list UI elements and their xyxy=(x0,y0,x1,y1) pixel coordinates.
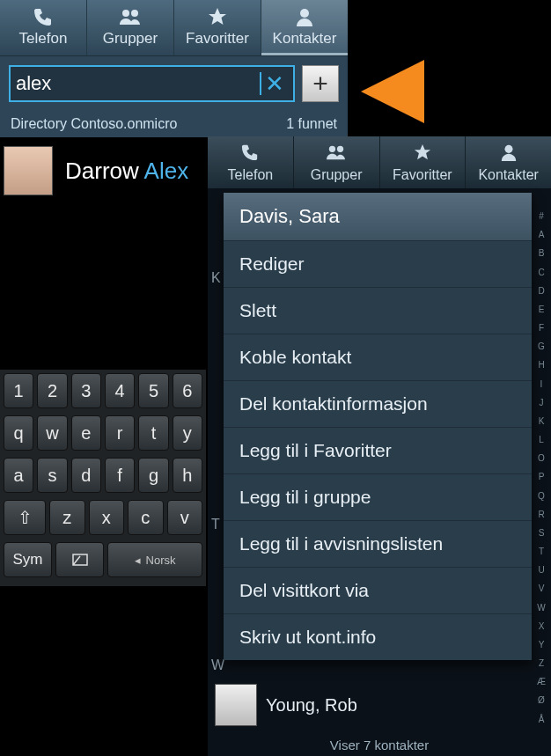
tab-label: Grupper xyxy=(103,30,158,48)
key-c[interactable]: c xyxy=(128,500,164,535)
tab-kontakter[interactable]: Kontakter xyxy=(261,0,348,55)
tab-label: Kontakter xyxy=(478,167,538,183)
tab-favoritter[interactable]: Favoritter xyxy=(174,0,261,55)
key-y[interactable]: y xyxy=(173,415,202,451)
avatar xyxy=(215,684,257,726)
svg-point-3 xyxy=(329,146,335,152)
key-x[interactable]: x xyxy=(89,500,125,535)
directory-label: Directory Contoso.onmicro xyxy=(11,116,177,132)
key-v[interactable]: v xyxy=(167,500,203,535)
keyboard-row: Sym ◂Norsk xyxy=(0,539,206,581)
key-d[interactable]: d xyxy=(71,458,101,493)
avatar xyxy=(4,146,53,195)
phone-icon xyxy=(240,143,260,165)
key-5[interactable]: 5 xyxy=(138,373,168,408)
menu-item-skriv-ut[interactable]: Skriv ut kont.info xyxy=(224,613,532,660)
key-input-mode[interactable] xyxy=(55,542,104,577)
keyboard-row: 1 2 3 4 5 6 xyxy=(0,370,206,412)
result-count: 1 funnet xyxy=(286,116,337,132)
menu-item-legg-til-gruppe[interactable]: Legg til i gruppe xyxy=(224,473,532,520)
tab-grupper[interactable]: Grupper xyxy=(294,136,380,188)
star-icon xyxy=(207,7,228,26)
key-z[interactable]: z xyxy=(49,500,85,535)
svg-point-5 xyxy=(504,145,512,153)
section-letter: K xyxy=(211,270,221,286)
key-2[interactable]: 2 xyxy=(37,373,67,408)
key-sym[interactable]: Sym xyxy=(4,542,52,577)
clear-icon[interactable]: ✕ xyxy=(261,70,288,98)
search-value: alex xyxy=(16,72,259,95)
key-3[interactable]: 3 xyxy=(71,373,101,408)
footer-count: Viser 7 kontakter xyxy=(208,738,551,752)
menu-item-koble-kontakt[interactable]: Koble kontakt xyxy=(224,334,532,380)
key-1[interactable]: 1 xyxy=(4,373,33,408)
tab-label: Favoritter xyxy=(186,30,249,48)
key-4[interactable]: 4 xyxy=(105,373,135,408)
group-icon xyxy=(119,7,142,26)
tab-label: Telefon xyxy=(228,167,274,183)
key-a[interactable]: a xyxy=(4,458,33,493)
menu-item-legg-til-avvisning[interactable]: Legg til i avvisningslisten xyxy=(224,520,532,567)
group-icon xyxy=(326,143,347,165)
key-w[interactable]: w xyxy=(37,415,67,451)
tab-telefon[interactable]: Telefon xyxy=(208,136,294,188)
tab-grupper[interactable]: Grupper xyxy=(87,0,174,55)
add-contact-button[interactable]: + xyxy=(302,65,339,102)
keyboard: 1 2 3 4 5 6 q w e r t y a s d f g h ⇧ z … xyxy=(0,370,206,586)
menu-item-rediger[interactable]: Rediger xyxy=(224,240,532,287)
search-input[interactable]: alex ✕ xyxy=(9,65,295,102)
svg-point-0 xyxy=(122,10,129,17)
menu-item-legg-til-favoritter[interactable]: Legg til i Favoritter xyxy=(224,427,532,473)
tab-telefon[interactable]: Telefon xyxy=(0,0,87,55)
az-index-bar[interactable]: # A B C D E F G H I J K L O P Q R S T U … xyxy=(533,207,549,730)
top-tabbar-b: Telefon Grupper Favoritter Kontakter xyxy=(208,136,551,188)
key-6[interactable]: 6 xyxy=(173,373,202,408)
key-t[interactable]: t xyxy=(138,415,168,451)
key-shift[interactable]: ⇧ xyxy=(4,500,46,535)
person-icon xyxy=(294,7,315,26)
search-row: alex ✕ + xyxy=(0,56,348,111)
contact-row[interactable]: Young, Rob xyxy=(215,684,357,726)
key-h[interactable]: h xyxy=(173,458,202,493)
context-menu: Davis, Sara Rediger Slett Koble kontakt … xyxy=(224,193,532,660)
key-s[interactable]: s xyxy=(37,458,67,493)
screen-context-menu: Telefon Grupper Favoritter Kontakter K T… xyxy=(208,136,551,756)
key-r[interactable]: r xyxy=(105,415,135,451)
contact-name: Young, Rob xyxy=(266,695,357,716)
key-g[interactable]: g xyxy=(138,458,168,493)
key-q[interactable]: q xyxy=(4,415,33,451)
star-icon xyxy=(413,143,432,165)
menu-item-del-visittkort[interactable]: Del visittkort via xyxy=(224,567,532,613)
person-icon xyxy=(499,143,518,165)
tab-label: Favoritter xyxy=(393,167,452,183)
svg-point-4 xyxy=(337,146,343,152)
context-menu-title: Davis, Sara xyxy=(224,193,532,240)
phone-icon xyxy=(33,7,54,26)
tab-kontakter[interactable]: Kontakter xyxy=(466,136,551,188)
section-letter: W xyxy=(211,657,224,673)
callout-arrow-icon xyxy=(361,60,424,123)
tab-label: Kontakter xyxy=(273,30,337,48)
key-language[interactable]: ◂Norsk xyxy=(107,542,202,577)
key-f[interactable]: f xyxy=(105,458,135,493)
svg-point-2 xyxy=(300,9,309,18)
section-letter: T xyxy=(211,517,220,532)
top-tabbar-a: Telefon Grupper Favoritter Kontakter xyxy=(0,0,348,56)
tab-label: Telefon xyxy=(19,30,68,48)
menu-item-del-kontaktinfo[interactable]: Del kontaktinformasjon xyxy=(224,380,532,427)
svg-point-1 xyxy=(131,10,138,17)
tab-label: Grupper xyxy=(311,167,363,183)
keyboard-row: a s d f g h xyxy=(0,454,206,496)
directory-header: Directory Contoso.onmicro 1 funnet xyxy=(0,111,348,137)
key-e[interactable]: e xyxy=(71,415,101,451)
menu-item-slett[interactable]: Slett xyxy=(224,287,532,334)
keyboard-row: ⇧ z x c v xyxy=(0,496,206,539)
keyboard-row: q w e r t y xyxy=(0,412,206,454)
tab-favoritter[interactable]: Favoritter xyxy=(380,136,467,188)
contact-name: Darrow Alex xyxy=(65,158,188,185)
